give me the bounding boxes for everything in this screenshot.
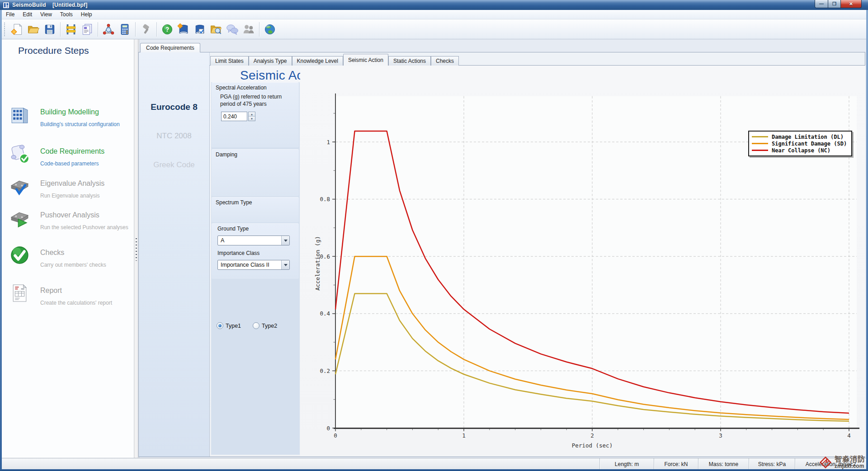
sidebar-item-checks[interactable]: Checks Carry out members' checks <box>9 245 130 269</box>
forum-chat-icon[interactable] <box>224 21 241 38</box>
step-subtitle: Building's structural configuration <box>40 121 120 127</box>
report-icon <box>9 283 30 304</box>
spectrum-chart-panel: 0123400.20.40.60.81 Acceleration (g) Per… <box>300 66 865 457</box>
code-option-eurocode8[interactable]: Eurocode 8 <box>139 102 209 112</box>
procedure-steps-sidebar: Procedure Steps Building Modelling Build… <box>2 39 134 458</box>
svg-text:?: ? <box>165 26 170 33</box>
menu-bar: File Edit View Tools Help <box>2 10 866 19</box>
checks-icon <box>9 245 30 266</box>
window-title: SeismoBuild <box>12 2 46 8</box>
type1-radio[interactable] <box>217 322 223 329</box>
tab-limit-states[interactable]: Limit States <box>210 56 249 66</box>
help-icon[interactable]: ? <box>159 21 175 38</box>
svg-text:2: 2 <box>590 432 594 439</box>
tab-knowledge-level[interactable]: Knowledge Level <box>292 56 343 66</box>
svg-text:1: 1 <box>462 432 466 439</box>
title-bar: SeismoBuild [Untitled.bpf] <box>0 0 868 10</box>
pga-input[interactable] <box>221 112 247 121</box>
toolbar-separator <box>156 22 157 37</box>
status-stress: Stress: kPa <box>749 458 795 470</box>
verification-book-icon[interactable] <box>192 21 208 38</box>
calculator-icon[interactable] <box>117 21 133 38</box>
step-subtitle: Carry out members' checks <box>40 262 106 268</box>
watermark-logo-icon <box>818 455 833 470</box>
menu-help[interactable]: Help <box>77 10 96 19</box>
watermark-url: zmjaxf.com <box>835 463 865 469</box>
watermark-text: 智淼消防 <box>835 456 865 463</box>
tab-static-actions[interactable]: Static Actions <box>388 56 431 66</box>
type2-radio[interactable] <box>253 322 259 329</box>
pga-spin-down-icon[interactable]: ▼ <box>249 117 255 121</box>
importance-class-dropdown[interactable]: Importance Class II <box>217 260 290 270</box>
step-title: Checks <box>40 249 64 257</box>
y-axis-label: Acceleration (g) <box>314 227 321 300</box>
svg-text:0.6: 0.6 <box>320 253 330 260</box>
code-selector-column: Eurocode 8 NTC 2008 Greek Code <box>139 52 210 457</box>
pga-stepper: ▲ ▼ <box>221 112 255 121</box>
sidebar-item-pushover-analysis[interactable]: Pushover Analysis Run the selected Pusho… <box>9 207 130 231</box>
pga-label: PGA (g) referred to return period of 475… <box>220 93 289 108</box>
importance-class-caption: Importance Class <box>217 250 259 256</box>
menu-view[interactable]: View <box>36 10 56 19</box>
open-project-icon[interactable] <box>25 21 42 38</box>
toolbar-separator <box>259 22 259 37</box>
step-title: Eigenvalue Analysis <box>40 179 104 188</box>
toolbar-separator <box>98 22 98 37</box>
spectrum-chart: 0123400.20.40.60.81 <box>300 66 865 455</box>
splitter-grip-icon <box>136 238 137 261</box>
sidebar-item-building-modelling[interactable]: Building Modelling Building's structural… <box>9 104 130 128</box>
spectral-acceleration-group: Spectral Acceleration PGA (g) referred t… <box>212 82 299 147</box>
step-title: Pushover Analysis <box>40 211 99 219</box>
svg-text:4: 4 <box>847 432 851 439</box>
seismic-action-page: Seismic Action Select the pga and the sp… <box>209 65 865 457</box>
new-project-icon[interactable] <box>9 21 25 38</box>
model-viewer-icon[interactable] <box>100 21 117 38</box>
type1-label: Type1 <box>226 323 241 329</box>
ground-type-dropdown[interactable]: A <box>217 236 290 245</box>
tab-checks[interactable]: Checks <box>431 56 459 66</box>
svg-text:1: 1 <box>326 139 330 146</box>
toolbar-grip[interactable] <box>4 23 6 36</box>
tab-seismic-action[interactable]: Seismic Action <box>343 54 388 66</box>
type2-label: Type2 <box>262 323 277 329</box>
examples-folder-icon[interactable] <box>208 21 224 38</box>
sd-line-swatch <box>752 143 768 144</box>
legend-item: Near Collapse (NC) <box>752 147 847 154</box>
step-title: Report <box>40 287 62 295</box>
svg-text:0.2: 0.2 <box>320 367 330 374</box>
manual-book-icon[interactable] <box>175 21 192 38</box>
step-subtitle: Create the calculations' report <box>40 300 112 306</box>
website-globe-icon[interactable] <box>262 21 278 38</box>
toolbar-separator <box>135 22 136 37</box>
menu-edit[interactable]: Edit <box>19 10 36 19</box>
menu-file[interactable]: File <box>2 10 19 19</box>
status-length: Length: m <box>599 458 654 470</box>
building-icon <box>9 104 30 125</box>
code-option-greek[interactable]: Greek Code <box>139 160 209 170</box>
close-button[interactable]: ✕ <box>841 0 862 8</box>
save-icon[interactable] <box>42 21 58 38</box>
run-disabled-icon <box>138 21 154 38</box>
tab-code-requirements[interactable]: Code Requirements <box>140 43 200 52</box>
menu-tools[interactable]: Tools <box>56 10 77 19</box>
restore-button[interactable]: ❐ <box>828 0 841 8</box>
group-caption: Spectrum Type <box>216 199 252 206</box>
tab-analysis-type[interactable]: Analysis Type <box>249 56 292 66</box>
svg-text:0: 0 <box>334 432 337 439</box>
window-border-bottom <box>0 469 868 471</box>
code-option-ntc2008[interactable]: NTC 2008 <box>139 132 209 141</box>
svg-text:3: 3 <box>719 432 722 439</box>
sidebar-item-code-requirements[interactable]: Code Requirements Code-based parameters <box>9 143 130 168</box>
document-title: [Untitled.bpf] <box>52 2 87 8</box>
toolbar: ? <box>2 19 866 39</box>
building-modeller-icon[interactable] <box>63 21 79 38</box>
report-generator-icon[interactable] <box>79 21 95 38</box>
group-caption: Damping <box>216 151 237 158</box>
nc-line-swatch <box>752 150 768 151</box>
watermark: 智淼消防 zmjaxf.com <box>818 455 865 470</box>
step-title: Code Requirements <box>40 147 104 155</box>
sidebar-item-eigenvalue-analysis[interactable]: Eigenvalue Analysis Run Eigenvalue analy… <box>9 175 130 200</box>
minimize-button[interactable]: — <box>815 0 828 8</box>
pga-spin-up-icon[interactable]: ▲ <box>249 112 255 117</box>
sidebar-item-report[interactable]: Report Create the calculations' report <box>9 283 130 307</box>
